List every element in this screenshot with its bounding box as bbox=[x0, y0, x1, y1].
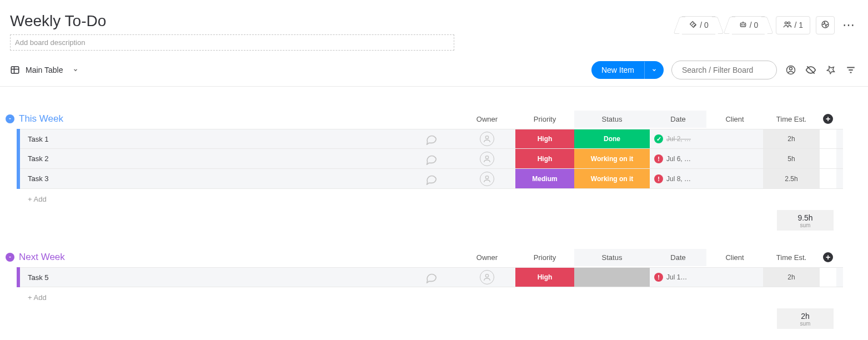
add-column-button[interactable]: + bbox=[820, 252, 836, 262]
priority-cell[interactable]: High bbox=[515, 129, 574, 149]
status-cell[interactable]: Done bbox=[574, 129, 650, 149]
avatar-placeholder-icon bbox=[480, 270, 494, 284]
integrations-badge[interactable]: / 0 bbox=[682, 16, 715, 34]
date-cell[interactable]: ! Jul 1… bbox=[650, 267, 706, 287]
add-item-row[interactable]: + Add bbox=[3, 189, 857, 209]
client-cell[interactable] bbox=[706, 149, 763, 169]
date-text: Jul 1… bbox=[666, 273, 687, 281]
time-sum: 2h sum bbox=[777, 308, 834, 329]
table-row[interactable]: Task 5 High ! Jul 1… 2h bbox=[3, 267, 857, 287]
date-cell[interactable]: ! Jul 6, … bbox=[650, 149, 706, 169]
group-title[interactable]: This Week bbox=[17, 109, 459, 129]
client-cell[interactable] bbox=[706, 169, 763, 189]
table-row[interactable]: Task 2 High Working on it ! Jul 6, … 5h bbox=[3, 149, 857, 169]
header-right: / 0 / 0 / 1 ⋯ bbox=[676, 12, 857, 34]
col-header-time[interactable]: Time Est. bbox=[763, 111, 820, 128]
svg-point-10 bbox=[485, 156, 488, 158]
collapse-icon[interactable] bbox=[6, 253, 14, 262]
search-input[interactable] bbox=[671, 61, 777, 79]
date-text: Jul 6, … bbox=[666, 155, 691, 163]
view-selector[interactable]: Main Table bbox=[10, 65, 78, 75]
chat-icon[interactable] bbox=[404, 267, 459, 287]
new-item-dropdown[interactable] bbox=[644, 62, 664, 79]
more-menu-icon[interactable]: ⋯ bbox=[840, 16, 857, 34]
new-item-button[interactable]: New Item bbox=[591, 61, 664, 79]
status-cell[interactable]: Working on it bbox=[574, 149, 650, 169]
col-header-owner[interactable]: Owner bbox=[459, 111, 515, 128]
task-name[interactable]: Task 2 bbox=[20, 149, 404, 169]
client-cell[interactable] bbox=[706, 129, 763, 149]
group-this_week: This Week Owner Priority Status Date Cli… bbox=[3, 109, 857, 231]
table-row[interactable]: Task 3 Medium Working on it ! Jul 8, … 2… bbox=[3, 169, 857, 189]
time-cell[interactable]: 5h bbox=[763, 149, 820, 169]
automations-badge[interactable]: / 0 bbox=[732, 16, 765, 34]
board-description-input[interactable]: Add board description bbox=[10, 34, 454, 51]
col-header-date[interactable]: Date bbox=[650, 111, 706, 128]
filter-icon[interactable] bbox=[845, 64, 857, 76]
alert-icon: ! bbox=[654, 273, 663, 282]
date-text: Jul 8, … bbox=[666, 175, 691, 183]
time-cell[interactable]: 2h bbox=[763, 129, 820, 149]
task-name[interactable]: Task 5 bbox=[20, 267, 404, 287]
status-cell[interactable] bbox=[574, 267, 650, 287]
svg-point-9 bbox=[485, 136, 488, 139]
alert-icon: ! bbox=[654, 174, 663, 183]
task-name[interactable]: Task 3 bbox=[20, 169, 404, 189]
time-cell[interactable]: 2.5h bbox=[763, 169, 820, 189]
client-cell[interactable] bbox=[706, 267, 763, 287]
add-column-button[interactable]: + bbox=[820, 114, 836, 124]
owner-cell[interactable] bbox=[459, 267, 515, 287]
alert-icon: ! bbox=[654, 154, 663, 163]
board-toolbar: Main Table New Item bbox=[0, 55, 868, 87]
time-cell[interactable]: 2h bbox=[763, 267, 820, 287]
group-title[interactable]: Next Week bbox=[17, 247, 459, 267]
person-filter-icon[interactable] bbox=[785, 64, 797, 76]
owner-cell[interactable] bbox=[459, 129, 515, 149]
col-header-time[interactable]: Time Est. bbox=[763, 249, 820, 266]
table-icon bbox=[10, 65, 20, 75]
time-sum: 9.5h sum bbox=[777, 210, 834, 231]
people-icon bbox=[783, 20, 792, 31]
svg-point-12 bbox=[485, 274, 488, 277]
status-cell[interactable]: Working on it bbox=[574, 169, 650, 189]
members-badge[interactable]: / 1 bbox=[776, 16, 810, 34]
priority-cell[interactable]: Medium bbox=[515, 169, 574, 189]
chat-icon[interactable] bbox=[404, 129, 459, 149]
svg-point-8 bbox=[790, 67, 792, 70]
owner-cell[interactable] bbox=[459, 149, 515, 169]
col-header-priority[interactable]: Priority bbox=[515, 249, 574, 266]
date-cell[interactable]: ✓ Jul 2, … bbox=[650, 129, 706, 149]
col-header-priority[interactable]: Priority bbox=[515, 111, 574, 128]
chat-icon[interactable] bbox=[404, 169, 459, 189]
hide-icon[interactable] bbox=[805, 64, 817, 76]
svg-point-3 bbox=[785, 22, 787, 24]
priority-cell[interactable]: High bbox=[515, 267, 574, 287]
col-header-client[interactable]: Client bbox=[706, 249, 763, 266]
avatar-placeholder-icon bbox=[480, 172, 494, 186]
col-header-client[interactable]: Client bbox=[706, 111, 763, 128]
col-header-status[interactable]: Status bbox=[574, 111, 650, 128]
col-header-owner[interactable]: Owner bbox=[459, 249, 515, 266]
col-header-date[interactable]: Date bbox=[650, 249, 706, 266]
avatar-placeholder-icon bbox=[480, 152, 494, 166]
board-title[interactable]: Weekly To-Do bbox=[10, 12, 676, 30]
task-name[interactable]: Task 1 bbox=[20, 129, 404, 149]
date-cell[interactable]: ! Jul 8, … bbox=[650, 169, 706, 189]
collapse-icon[interactable] bbox=[6, 114, 14, 123]
add-item-row[interactable]: + Add bbox=[3, 287, 857, 307]
sum-label: sum bbox=[777, 222, 834, 228]
priority-cell[interactable]: High bbox=[515, 149, 574, 169]
owner-cell[interactable] bbox=[459, 169, 515, 189]
activity-badge[interactable] bbox=[816, 16, 835, 34]
add-item-text: + Add bbox=[20, 195, 857, 203]
chat-icon[interactable] bbox=[404, 149, 459, 169]
group-header: Next Week Owner Priority Status Date Cli… bbox=[3, 247, 857, 267]
toolbar-right: New Item bbox=[591, 61, 857, 79]
automations-count: / 0 bbox=[750, 21, 759, 29]
sum-label: sum bbox=[777, 321, 834, 327]
integrations-count: / 0 bbox=[700, 21, 709, 29]
col-header-status[interactable]: Status bbox=[574, 249, 650, 266]
activity-icon bbox=[821, 20, 830, 31]
pin-icon[interactable] bbox=[825, 64, 837, 76]
table-row[interactable]: Task 1 High Done ✓ Jul 2, … 2h bbox=[3, 129, 857, 149]
